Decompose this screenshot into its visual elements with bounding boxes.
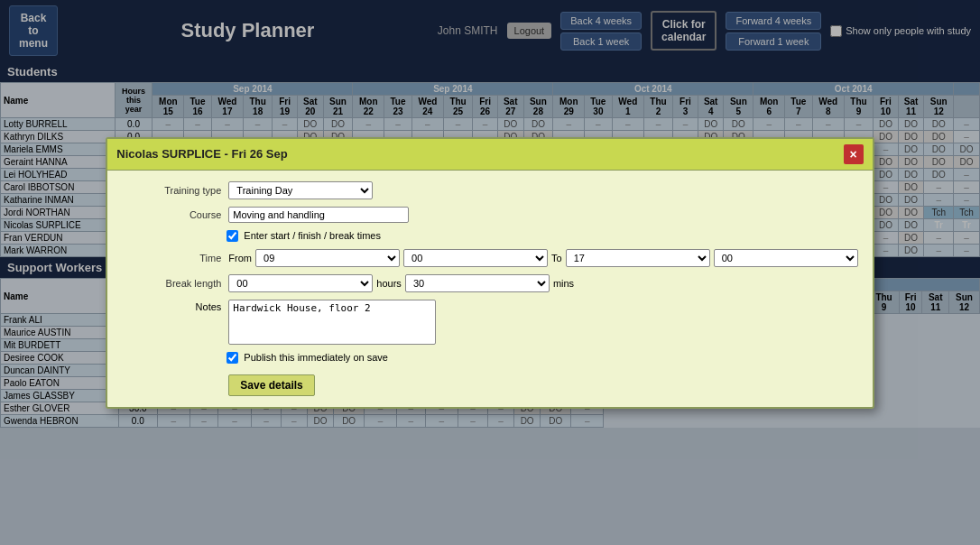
publish-row: Publish this immediately on save bbox=[122, 352, 857, 364]
time-row: Time From 09 00 To 17 00 bbox=[122, 249, 857, 267]
break-row: Break length 00 hours 30 mins bbox=[122, 274, 857, 292]
training-modal: Nicolas SURPLICE - Fri 26 Sep × Training… bbox=[106, 137, 874, 409]
modal-body: Training type Training Day Study Day Wor… bbox=[107, 171, 872, 407]
publish-label: Publish this immediately on save bbox=[244, 352, 388, 363]
modal-title-text: Nicolas SURPLICE - Fri 26 Sep bbox=[116, 147, 287, 161]
break-mins-select[interactable]: 30 bbox=[405, 274, 550, 292]
course-input[interactable] bbox=[228, 207, 409, 223]
from-label: From bbox=[228, 253, 252, 263]
break-inputs: 00 hours 30 mins bbox=[228, 274, 574, 292]
to-label: To bbox=[551, 253, 562, 263]
save-row: Save details bbox=[122, 371, 857, 396]
from-hour-select[interactable]: 09 bbox=[255, 249, 400, 267]
notes-textarea[interactable]: Hardwick House, floor 2 bbox=[228, 300, 436, 345]
break-hours-select[interactable]: 00 bbox=[228, 274, 373, 292]
enter-times-row: Enter start / finish / break times bbox=[122, 230, 857, 242]
mins-label: mins bbox=[553, 278, 574, 289]
enter-times-label: Enter start / finish / break times bbox=[244, 230, 381, 241]
training-type-label: Training type bbox=[122, 185, 221, 196]
course-label: Course bbox=[122, 209, 221, 220]
training-type-row: Training type Training Day Study Day Wor… bbox=[122, 181, 857, 199]
training-type-select[interactable]: Training Day Study Day Work Placement Ot… bbox=[228, 181, 373, 199]
notes-label: Notes bbox=[122, 300, 221, 312]
notes-row: Notes Hardwick House, floor 2 bbox=[122, 300, 857, 345]
modal-overlay[interactable]: Nicolas SURPLICE - Fri 26 Sep × Training… bbox=[0, 0, 980, 428]
break-label: Break length bbox=[122, 278, 221, 289]
course-row: Course bbox=[122, 207, 857, 223]
modal-title-bar: Nicolas SURPLICE - Fri 26 Sep × bbox=[107, 139, 872, 171]
publish-checkbox[interactable] bbox=[227, 352, 238, 364]
from-min-select[interactable]: 00 bbox=[403, 249, 548, 267]
to-hour-select[interactable]: 17 bbox=[566, 249, 710, 267]
enter-times-checkbox[interactable] bbox=[227, 230, 238, 242]
time-label: Time bbox=[122, 253, 221, 263]
time-inputs: From 09 00 To 17 00 bbox=[228, 249, 857, 267]
to-min-select[interactable]: 00 bbox=[714, 249, 858, 267]
modal-close-button[interactable]: × bbox=[844, 144, 864, 164]
hours-label: hours bbox=[376, 278, 402, 289]
save-button[interactable]: Save details bbox=[228, 374, 314, 396]
